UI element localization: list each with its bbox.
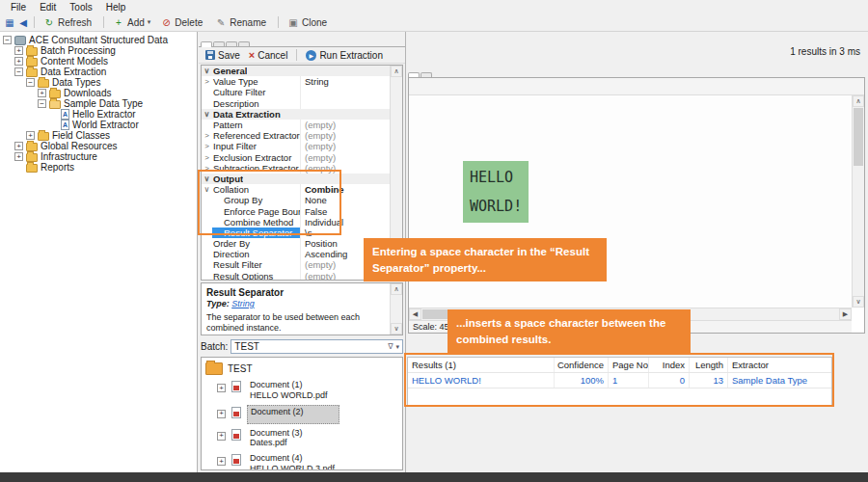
list-view-icon[interactable] [423, 336, 437, 350]
document-item[interactable]: Document (1) HELLO WORLD.pdf [217, 379, 402, 402]
menu-item[interactable]: File [4, 2, 33, 13]
zoom-region-icon[interactable] [535, 80, 549, 94]
tree-expander-icon[interactable] [14, 46, 23, 55]
tree-item[interactable]: Content Models [0, 56, 197, 67]
tab[interactable] [213, 41, 225, 46]
scroll-down-icon[interactable]: ∨ [853, 296, 864, 308]
property-row[interactable]: Culture Filter [202, 87, 390, 97]
tree-expander-icon[interactable] [14, 152, 23, 161]
select-text-icon[interactable] [443, 80, 456, 94]
help-scrollbar[interactable]: ∧ ∨ [390, 283, 402, 335]
results-column-header[interactable]: Index [649, 358, 690, 372]
tree-item[interactable]: ACE Consultant Structured Data [0, 35, 197, 45]
property-expander-icon[interactable] [202, 77, 212, 86]
save-button[interactable]: Save [203, 50, 243, 61]
result-confidence[interactable]: 100% [555, 373, 609, 388]
tree-expander-icon[interactable] [14, 142, 23, 150]
tree-expander-icon[interactable] [38, 99, 46, 108]
extracted-text-highlight[interactable]: HELLO WORLD! [463, 161, 529, 223]
dropdown-caret-icon[interactable]: ▾ [148, 18, 151, 26]
rotate-right-icon[interactable] [597, 80, 610, 94]
viewer-vertical-scrollbar[interactable]: ∧ ∨ [852, 95, 864, 308]
scroll-left-icon[interactable]: ◀ [409, 308, 421, 320]
property-row[interactable]: Pattern (empty) [202, 120, 390, 130]
tree-expander-icon[interactable] [217, 432, 226, 441]
property-row[interactable]: Exclusion Extractor (empty) [202, 152, 390, 163]
property-row[interactable]: Value Type String [202, 76, 390, 87]
results-column-header[interactable]: Page No [609, 358, 649, 372]
property-expander-icon[interactable] [202, 131, 212, 140]
scroll-up-icon[interactable]: ∧ [391, 283, 402, 295]
dropdown-caret-icon[interactable]: ▾ [395, 343, 399, 351]
tree-item[interactable]: Global Resources [0, 141, 197, 151]
result-length[interactable]: 13 [690, 373, 728, 388]
document-item[interactable]: Document (2) [217, 405, 402, 424]
help-type-value[interactable]: String [231, 299, 255, 308]
tree-item[interactable]: Infrastructure [0, 151, 197, 162]
grid-view-icon[interactable] [408, 336, 421, 350]
results-column-header[interactable]: Confidence [555, 358, 609, 372]
tree-expander-icon[interactable] [217, 384, 226, 392]
property-value[interactable]: (empty) [301, 163, 390, 174]
filter-icon[interactable]: ∇ [388, 342, 393, 351]
property-value[interactable]: (empty) [301, 120, 390, 130]
save-view-icon[interactable] [628, 80, 641, 94]
tree-item[interactable]: Hello Extractor [0, 109, 197, 120]
tree-item[interactable]: Downloads [0, 88, 197, 98]
tree-expander-icon[interactable] [26, 78, 35, 87]
tab[interactable] [226, 41, 237, 46]
result-text[interactable]: HELLO WORLD! [408, 373, 555, 388]
menu-item[interactable]: Help [99, 2, 133, 13]
settings-icon[interactable] [643, 80, 657, 94]
tree-item[interactable]: Data Extraction [0, 67, 197, 77]
batch-dropdown[interactable]: TEST ∇ ▾ [231, 339, 403, 354]
add-button[interactable]: + Add ▾ [109, 16, 154, 29]
property-expander-icon[interactable] [202, 110, 212, 119]
property-row[interactable]: Direction Ascending [202, 249, 390, 259]
property-row[interactable]: Subtraction Extractor (empty) [202, 163, 390, 174]
property-row[interactable]: Collation Combine [202, 184, 390, 195]
property-expander-icon[interactable] [202, 67, 212, 75]
monitor-icon[interactable] [612, 80, 626, 94]
property-expander-icon[interactable] [202, 174, 212, 183]
tree-item[interactable]: World Extractor [0, 120, 197, 130]
document-item[interactable]: Document (3) Dates.pdf [217, 427, 402, 450]
property-value[interactable]: False [301, 206, 390, 217]
scroll-down-icon[interactable]: ∨ [391, 323, 402, 335]
back-icon[interactable]: ◀ [17, 17, 29, 28]
scroll-right-icon[interactable]: ▶ [839, 308, 852, 320]
property-row[interactable]: Referenced Extractors (empty) [202, 130, 390, 141]
tree-item[interactable]: Reports [0, 162, 197, 173]
run-extraction-button[interactable]: ▶ Run Extraction [303, 50, 386, 61]
property-row[interactable]: Output [202, 174, 390, 184]
fit-width-icon[interactable] [566, 80, 580, 94]
clone-button[interactable]: ▣ Clone [284, 16, 334, 29]
menu-item[interactable]: Tools [63, 2, 98, 13]
property-row[interactable]: General [202, 66, 390, 76]
batch-root-folder[interactable]: TEST [205, 360, 402, 377]
tree-expander-icon[interactable] [3, 36, 12, 44]
tree-item[interactable]: Data Types [0, 77, 197, 88]
cancel-button[interactable]: × Cancel [246, 49, 291, 61]
property-value[interactable]: (empty) [301, 141, 390, 151]
property-expander-icon[interactable] [202, 164, 212, 173]
property-row[interactable]: Result Separator \s [202, 228, 390, 238]
results-table-row[interactable]: HELLO WORLD! 100% 1 0 13 Sample Data Typ… [408, 373, 831, 388]
property-row[interactable]: Enforce Page Boun False [202, 205, 390, 216]
property-value[interactable]: Individual [301, 217, 390, 228]
property-row[interactable]: Description [202, 98, 390, 109]
property-value[interactable]: (empty) [301, 152, 390, 163]
tree-expander-icon[interactable] [14, 57, 23, 66]
tree-item[interactable]: Field Classes [0, 130, 197, 141]
property-row[interactable]: Input Filter (empty) [202, 141, 390, 151]
property-value[interactable]: (empty) [301, 130, 390, 141]
tab[interactable] [238, 41, 250, 46]
tree-expander-icon[interactable] [38, 89, 46, 97]
results-column-header[interactable]: Extractor [728, 358, 831, 372]
results-column-header[interactable]: Results (1) [408, 358, 555, 372]
result-page-no[interactable]: 1 [609, 373, 649, 388]
tree-item[interactable]: Sample Data Type [0, 98, 197, 109]
property-value[interactable]: \s [301, 228, 390, 238]
scroll-up-icon[interactable]: ∧ [853, 95, 864, 107]
property-row[interactable]: Order By Position [202, 238, 390, 249]
